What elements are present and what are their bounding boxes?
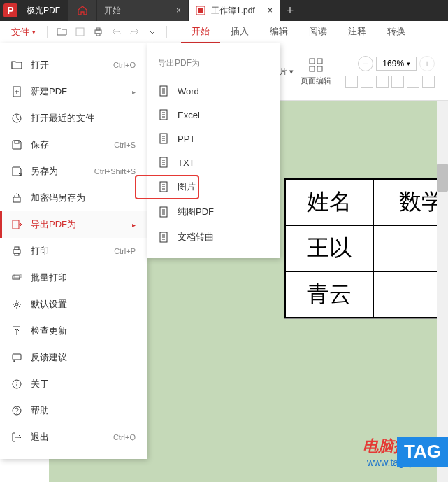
menu-item-export[interactable]: 导出PDF为▸	[0, 211, 147, 238]
table-row: 姓名 数学成	[285, 179, 448, 225]
svg-rect-15	[13, 197, 20, 202]
filetype-icon	[158, 85, 169, 97]
export-option[interactable]: Excel	[147, 103, 280, 127]
filetype-icon	[158, 109, 169, 120]
menu-item-label: 关于	[31, 378, 49, 390]
menu-tab-start[interactable]: 开始	[181, 21, 220, 43]
spreadsheet-table: 姓名 数学成 王以 72 青云 88	[284, 178, 448, 318]
print-icon[interactable]	[89, 24, 106, 41]
export-option[interactable]: 图片	[147, 174, 280, 199]
table-row: 青云 88	[285, 271, 448, 318]
chevron-right-icon: ▸	[132, 221, 136, 229]
separator	[47, 26, 48, 38]
menu-item-help[interactable]: 帮助	[0, 397, 147, 424]
ribbon-image[interactable]: 片 ▾	[280, 66, 294, 77]
chevron-right-icon: ▸	[132, 88, 136, 96]
shortcut-label: Ctrl+S	[114, 141, 136, 149]
view-tool-6[interactable]	[422, 76, 435, 88]
svg-rect-16	[13, 220, 19, 229]
submenu-title: 导出PDF为	[147, 52, 280, 79]
view-tool-5[interactable]	[407, 76, 419, 88]
shortcut-label: Ctrl+Q	[113, 433, 136, 441]
menu-item-settings[interactable]: 默认设置	[0, 291, 147, 318]
filetype-icon	[158, 157, 169, 168]
menu-item-label: 加密码另存为	[31, 192, 85, 204]
zoom-out-button[interactable]: −	[358, 56, 373, 71]
menu-item-print[interactable]: 打印Ctrl+P	[0, 238, 147, 264]
menu-item-label: 新建PDF	[31, 85, 67, 98]
redo-icon[interactable]	[126, 24, 143, 41]
view-tool-2[interactable]	[361, 76, 373, 88]
svg-rect-18	[15, 247, 19, 250]
svg-rect-6	[96, 28, 100, 30]
menu-item-batch[interactable]: 批量打印	[0, 264, 147, 291]
svg-text:P: P	[7, 5, 13, 16]
tab-start[interactable]: 开始 ×	[97, 0, 188, 21]
filetype-icon	[158, 133, 169, 144]
home-tab-button[interactable]	[68, 0, 96, 21]
menu-item-label: 帮助	[31, 404, 49, 417]
menu-item-save[interactable]: 保存Ctrl+S	[0, 132, 147, 158]
save-icon[interactable]	[71, 24, 88, 41]
export-option[interactable]: PPT	[147, 127, 280, 150]
svg-rect-9	[317, 59, 322, 64]
separator	[166, 26, 167, 38]
menu-item-new[interactable]: 新建PDF▸	[0, 78, 147, 105]
zoom-in-button[interactable]: +	[419, 56, 435, 71]
menu-item-label: 打开	[31, 59, 49, 71]
menu-item-encrypt[interactable]: 加密码另存为	[0, 185, 147, 211]
filetype-icon	[158, 232, 169, 243]
undo-icon[interactable]	[108, 24, 124, 41]
svg-rect-10	[310, 66, 315, 71]
add-tab-button[interactable]: +	[280, 0, 301, 21]
table-header: 姓名	[285, 179, 373, 225]
open-icon[interactable]	[53, 24, 70, 41]
table-cell: 王以	[285, 225, 373, 271]
menu-tab-convert[interactable]: 转换	[377, 21, 416, 43]
menu-item-label: 打开最近的文件	[31, 112, 94, 125]
export-option[interactable]: 文档转曲	[147, 225, 280, 250]
svg-rect-19	[15, 253, 19, 255]
ribbon-page-edit[interactable]: 页面编辑	[301, 57, 331, 86]
menu-tab-insert[interactable]: 插入	[220, 21, 259, 43]
menu-tab-comment[interactable]: 注释	[338, 21, 377, 43]
batch-icon	[11, 272, 22, 283]
view-tool-4[interactable]	[391, 76, 404, 88]
titlebar: P 极光PDF 开始 × 工作簿1.pdf × +	[0, 0, 448, 21]
tab-document[interactable]: 工作簿1.pdf ×	[189, 0, 280, 21]
menu-tab-read[interactable]: 阅读	[298, 21, 338, 43]
update-icon	[11, 325, 22, 336]
menu-item-about[interactable]: 关于	[0, 371, 147, 397]
menu-item-feedback[interactable]: 反馈建议	[0, 344, 147, 371]
close-icon[interactable]: ×	[169, 6, 181, 15]
zoom-value[interactable]: 169%▾	[376, 57, 417, 71]
document-page: 姓名 数学成 王以 72 青云 88	[284, 178, 448, 319]
menu-item-open[interactable]: 打开Ctrl+O	[0, 52, 147, 78]
vertical-scrollbar[interactable]	[437, 101, 448, 482]
file-button[interactable]: 文件	[6, 23, 41, 41]
export-option-label: 文档转曲	[178, 231, 214, 243]
menu-tab-edit[interactable]: 编辑	[259, 21, 298, 43]
menu-item-exit[interactable]: 退出Ctrl+Q	[0, 424, 147, 451]
export-option-label: 纯图PDF	[178, 206, 214, 218]
filetype-icon	[158, 181, 169, 192]
view-tool-1[interactable]	[345, 76, 358, 88]
view-tool-3[interactable]	[376, 76, 389, 88]
menu-item-label: 保存	[31, 139, 49, 151]
menu-item-recent[interactable]: 打开最近的文件	[0, 105, 147, 132]
menu-item-saveas[interactable]: 另存为Ctrl+Shift+S	[0, 158, 147, 185]
menu-item-update[interactable]: 检查更新	[0, 318, 147, 344]
pdf-file-icon	[196, 6, 205, 15]
export-option[interactable]: Word	[147, 79, 280, 103]
svg-rect-4	[76, 28, 84, 36]
export-option[interactable]: 纯图PDF	[147, 199, 280, 225]
recent-icon	[11, 113, 22, 124]
settings-icon	[11, 299, 22, 310]
close-icon[interactable]: ×	[261, 6, 273, 15]
more-icon[interactable]	[144, 24, 161, 41]
svg-rect-11	[317, 66, 322, 71]
svg-rect-5	[95, 30, 101, 34]
export-option[interactable]: TXT	[147, 150, 280, 174]
export-option-label: PPT	[178, 134, 195, 144]
scroll-thumb[interactable]	[437, 164, 448, 192]
